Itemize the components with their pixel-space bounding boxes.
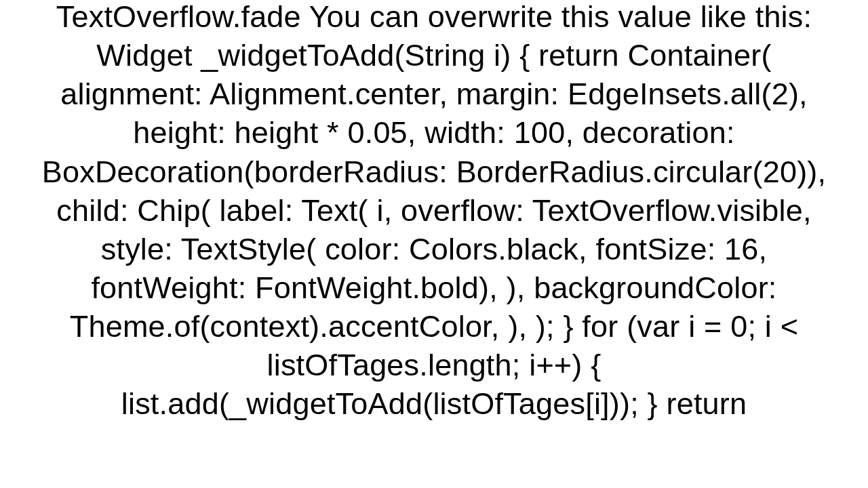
document-body-text: TextOverflow.fade You can overwrite this… (14, 0, 854, 424)
